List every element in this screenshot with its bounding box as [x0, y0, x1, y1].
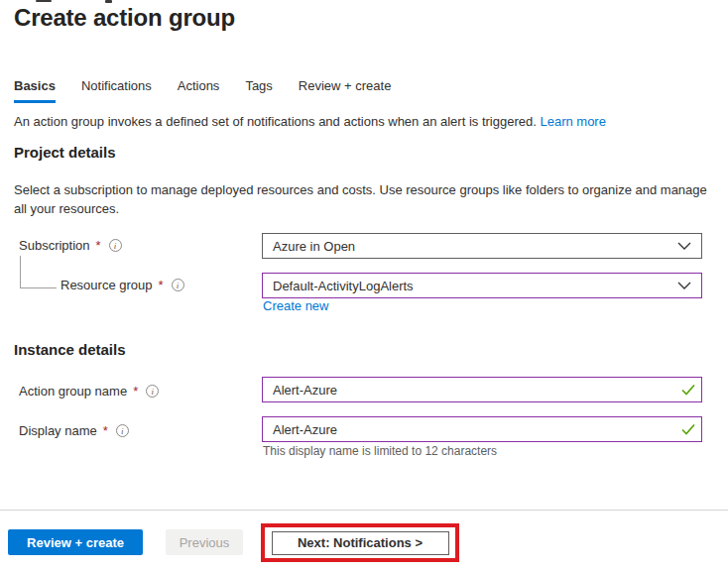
action-group-name-label: Action group name*i [19, 384, 159, 399]
create-action-group-page: Create action group Basics Notifications… [0, 0, 728, 571]
required-asterisk: * [96, 238, 101, 253]
project-details-description: Select a subscription to manage deployed… [14, 180, 714, 218]
valid-check-icon [680, 382, 696, 398]
screenshot-crop-artifact [105, 0, 112, 3]
instance-details-heading: Instance details [14, 341, 126, 358]
required-asterisk: * [133, 384, 138, 399]
resource-group-label: Resource group*i [61, 278, 184, 292]
tab-notifications[interactable]: Notifications [81, 78, 152, 103]
display-name-label: Display name*i [19, 423, 129, 438]
screenshot-crop-artifact [36, 0, 52, 2]
valid-check-icon [680, 421, 696, 437]
info-icon[interactable]: i [146, 385, 159, 398]
required-asterisk: * [103, 423, 108, 438]
intro-sentence: An action group invokes a defined set of… [14, 114, 540, 129]
display-name-input[interactable] [262, 416, 702, 442]
chevron-down-icon [677, 282, 691, 289]
previous-button[interactable]: Previous [166, 529, 243, 555]
display-name-helper: This display name is limited to 12 chara… [263, 444, 497, 458]
required-asterisk: * [159, 278, 164, 292]
intro-text: An action group invokes a defined set of… [14, 114, 606, 129]
tab-actions[interactable]: Actions [178, 78, 220, 103]
project-details-heading: Project details [14, 144, 116, 161]
tab-review-create[interactable]: Review + create [299, 78, 392, 103]
page-title: Create action group [14, 4, 235, 32]
info-icon[interactable]: i [172, 279, 184, 291]
red-highlight-annotation: Next: Notifications > [261, 523, 459, 562]
info-icon[interactable]: i [116, 424, 129, 437]
chevron-down-icon [677, 242, 691, 250]
tab-basics[interactable]: Basics [14, 78, 56, 103]
wizard-tabs: Basics Notifications Actions Tags Review… [14, 78, 391, 103]
parent-child-connector [20, 256, 57, 288]
info-icon[interactable]: i [109, 239, 122, 252]
subscription-dropdown[interactable]: Azure in Open [262, 233, 702, 259]
create-new-link[interactable]: Create new [263, 298, 328, 313]
resource-group-dropdown[interactable]: Default-ActivityLogAlerts [262, 273, 702, 298]
action-group-name-input[interactable] [262, 377, 702, 402]
next-notifications-button[interactable]: Next: Notifications > [272, 531, 449, 555]
learn-more-link[interactable]: Learn more [540, 114, 605, 129]
subscription-label: Subscription*i [19, 238, 122, 253]
review-create-button[interactable]: Review + create [8, 529, 143, 555]
footer-divider [0, 510, 728, 511]
tab-tags[interactable]: Tags [245, 78, 272, 103]
